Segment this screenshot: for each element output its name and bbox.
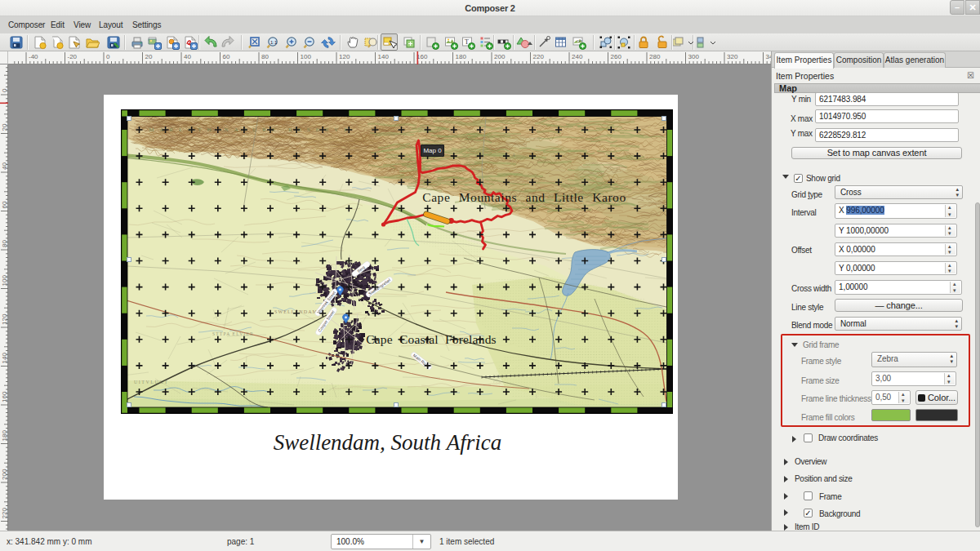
svg-text:120: 120 <box>339 53 350 60</box>
svg-text:1:1: 1:1 <box>270 40 278 45</box>
svg-text:80: 80 <box>261 53 269 60</box>
svg-text:100: 100 <box>301 53 312 60</box>
svg-text:260: 260 <box>611 53 622 60</box>
svg-text:220: 220 <box>533 53 545 60</box>
svg-text:200: 200 <box>1 469 8 480</box>
svg-text:80: 80 <box>1 240 8 247</box>
svg-text:20: 20 <box>145 53 153 60</box>
svg-text:100: 100 <box>1 275 8 287</box>
svg-text:60: 60 <box>223 53 230 60</box>
svg-text:UITVLUGT: UITVLUGT <box>134 380 168 384</box>
svg-text:Cape Mountains and Little Karo: Cape Mountains and Little Karoo <box>422 190 626 204</box>
svg-text:280: 280 <box>649 53 661 60</box>
svg-text:300: 300 <box>688 53 700 60</box>
svg-text:140: 140 <box>1 353 8 364</box>
svg-text:320: 320 <box>727 53 738 60</box>
svg-text:40: 40 <box>184 53 191 60</box>
svg-text:180: 180 <box>456 53 467 60</box>
svg-text:200: 200 <box>494 53 506 60</box>
svg-text:160: 160 <box>1 391 8 402</box>
svg-text:-40: -40 <box>29 53 38 60</box>
svg-text:120: 120 <box>1 313 8 325</box>
svg-text:-20: -20 <box>68 53 78 60</box>
svg-text:0: 0 <box>1 88 8 92</box>
svg-text:240: 240 <box>572 53 583 60</box>
svg-text:140: 140 <box>378 53 390 60</box>
svg-text:40: 40 <box>1 162 8 170</box>
svg-text:0: 0 <box>106 53 110 60</box>
svg-text:220: 220 <box>1 508 8 519</box>
svg-text:60: 60 <box>1 201 8 208</box>
svg-text:20: 20 <box>1 123 8 131</box>
svg-text:T: T <box>465 38 469 46</box>
svg-text:</>: </> <box>577 38 582 43</box>
svg-text:180: 180 <box>1 430 8 442</box>
svg-text:STTPA ELVIER: STTPA ELVIER <box>212 331 254 336</box>
